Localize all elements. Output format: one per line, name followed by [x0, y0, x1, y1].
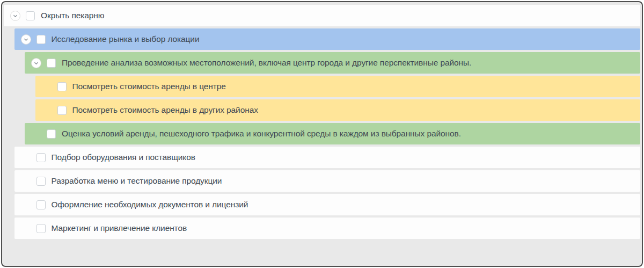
- task-tree-panel: Окрыть пекарню Исследование рынка и выбо…: [1, 1, 643, 267]
- task-label: Исследование рынка и выбор локации: [52, 34, 200, 44]
- task-checkbox[interactable]: [47, 129, 56, 139]
- task-row[interactable]: Исследование рынка и выбор локации: [14, 28, 641, 50]
- task-checkbox[interactable]: [36, 177, 46, 186]
- task-label: Подбор оборудования и поставщиков: [52, 153, 195, 162]
- task-row[interactable]: Проведение анализа возможных местоположе…: [25, 52, 640, 74]
- collapse-chevron-icon[interactable]: [10, 11, 20, 21]
- task-row[interactable]: Посмотреть стоимость аренды в центре: [35, 76, 641, 97]
- task-label: Окрыть пекарню: [41, 11, 104, 20]
- task-checkbox[interactable]: [57, 106, 67, 115]
- task-checkbox[interactable]: [36, 153, 46, 162]
- task-label: Оформление необходимых документов и лице…: [52, 200, 248, 209]
- task-label: Посмотреть стоимость аренды в центре: [72, 82, 226, 91]
- task-label: Оценка условий аренды, пешеходного трафи…: [62, 129, 461, 139]
- task-checkbox[interactable]: [47, 59, 56, 68]
- task-tree: Окрыть пекарню Исследование рынка и выбо…: [2, 2, 642, 239]
- task-checkbox[interactable]: [36, 200, 46, 209]
- collapse-chevron-icon[interactable]: [31, 58, 41, 68]
- task-row[interactable]: Подбор оборудования и поставщиков: [14, 147, 641, 168]
- task-label: Проведение анализа возможных местоположе…: [62, 58, 471, 68]
- task-row[interactable]: Оценка условий аренды, пешеходного трафи…: [25, 123, 640, 144]
- task-checkbox[interactable]: [57, 82, 67, 91]
- collapse-chevron-icon[interactable]: [21, 34, 31, 45]
- task-label: Разработка меню и тестирование продукции: [52, 176, 222, 186]
- task-label: Маркетинг и привлечение клиентов: [52, 223, 187, 233]
- task-row[interactable]: Маркетинг и привлечение клиентов: [14, 218, 641, 239]
- task-row[interactable]: Посмотреть стоимость аренды в других рай…: [35, 99, 641, 121]
- task-row[interactable]: Окрыть пекарню: [4, 5, 640, 26]
- task-row[interactable]: Оформление необходимых документов и лице…: [14, 194, 641, 215]
- task-label: Посмотреть стоимость аренды в других рай…: [72, 105, 258, 115]
- task-checkbox[interactable]: [26, 11, 35, 20]
- task-checkbox[interactable]: [36, 35, 46, 44]
- task-row[interactable]: Разработка меню и тестирование продукции: [14, 170, 641, 192]
- task-checkbox[interactable]: [36, 224, 46, 233]
